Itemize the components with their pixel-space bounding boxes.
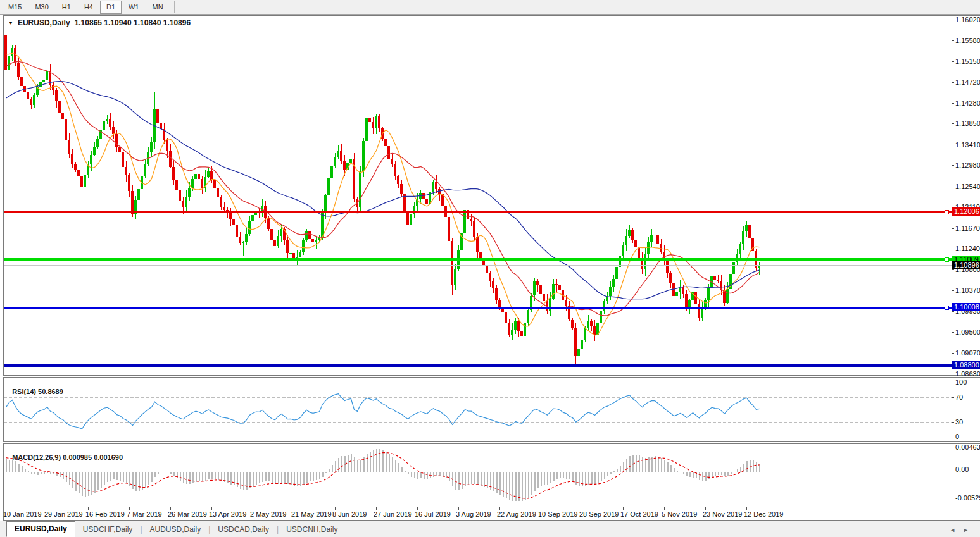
chart-tab-usdchf[interactable]: USDCHF,Daily: [75, 522, 141, 537]
price-tick-label: 1.15150: [955, 58, 980, 65]
timeframe-button-mn[interactable]: MN: [146, 1, 170, 14]
date-tick: [6, 507, 6, 510]
chart-symbol-label: EURUSD,Daily: [18, 18, 70, 27]
tab-scroll-right-icon: ►: [963, 527, 976, 533]
price-tick-label: 1.13850: [955, 120, 980, 127]
price-tick: [952, 290, 954, 291]
price-tick-label: 1.10370: [955, 287, 980, 294]
date-tick: [335, 507, 336, 510]
macd-scale-label: 0.00463: [955, 443, 980, 451]
rsi-label: RSI(14) 50.8689: [8, 380, 63, 395]
date-tick: [253, 507, 253, 510]
date-label: 21 May 2019: [291, 510, 332, 518]
hline-handle: [945, 210, 948, 214]
date-tick: [376, 507, 377, 510]
timeframe-button-h4[interactable]: H4: [78, 1, 99, 14]
price-tick: [952, 269, 954, 270]
price-tick: [952, 20, 954, 20]
date-label: 26 Mar 2019: [168, 510, 207, 518]
date-tick: [746, 507, 747, 510]
chart-tab-usdcnh[interactable]: USDCNH,Daily: [279, 522, 345, 537]
date-tick: [705, 507, 706, 510]
date-label: 29 Jan 2019: [44, 510, 83, 518]
chart-tab-eurusd[interactable]: EURUSD,Daily: [6, 521, 75, 537]
date-label: 16 Jul 2019: [415, 510, 451, 518]
price-badge-1.08800: 1.08800: [952, 361, 980, 369]
macd-scale-label: -0.005299: [955, 494, 980, 502]
price-tick: [952, 103, 954, 104]
date-tick: [294, 507, 294, 510]
price-tick-label: 1.09070: [955, 349, 980, 357]
price-tick-label: 1.14280: [955, 99, 980, 107]
date-tick: [582, 507, 582, 510]
date-label: 3 Aug 2019: [456, 510, 491, 518]
date-label: 28 Sep 2019: [579, 510, 619, 518]
price-tick-label: 1.08630: [955, 370, 980, 378]
macd-bottom-border: [3, 507, 980, 507]
date-tick: [541, 507, 541, 510]
rsi-line: [6, 394, 760, 429]
rsi-panel-canvas[interactable]: [4, 378, 952, 441]
rsi-scale-label: 100: [955, 378, 967, 386]
main-chart-canvas[interactable]: [4, 17, 952, 375]
date-label: 12 Dec 2019: [744, 510, 783, 518]
price-badge-1.12006: 1.12006: [952, 207, 980, 216]
price-tick: [952, 165, 954, 166]
timeframe-button-h1[interactable]: H1: [56, 1, 77, 14]
rsi-scale-label: 30: [955, 418, 963, 426]
price-tick: [952, 123, 954, 124]
price-tick-label: 1.15580: [955, 37, 980, 44]
price-tick: [952, 228, 954, 229]
date-label: 27 Jun 2019: [374, 510, 412, 518]
macd-label: MACD(12,26,9) 0.000985 0.001690: [8, 446, 123, 461]
price-tick: [952, 311, 954, 312]
date-label: 10 Sep 2019: [538, 510, 577, 518]
date-tick: [47, 507, 47, 510]
hline-handle: [945, 258, 948, 262]
chart-dropdown-icon[interactable]: ▼: [8, 20, 13, 26]
toolbar-separator: [174, 1, 175, 13]
date-tick: [499, 507, 500, 510]
price-tick-label: 1.09500: [955, 328, 980, 336]
price-tick-label: 1.14720: [955, 78, 980, 86]
price-tick-label: 1.11670: [955, 225, 980, 232]
tab-scroll-left-icon: ◄: [950, 527, 963, 533]
macd-scale-label: 0.00: [955, 466, 969, 473]
price-tick: [952, 61, 954, 62]
date-label: 5 Nov 2019: [662, 510, 697, 518]
macd-panel-canvas[interactable]: [4, 444, 952, 507]
rsi-scale-tick: [952, 422, 954, 423]
date-label: 23 Nov 2019: [703, 510, 742, 518]
price-tick-label: 1.13410: [955, 141, 980, 149]
timeframe-button-m15[interactable]: M15: [2, 1, 28, 14]
timeframe-button-m30[interactable]: M30: [28, 1, 54, 14]
rsi-scale-tick: [952, 397, 954, 398]
date-label: 10 Jan 2019: [3, 510, 42, 518]
price-tick-label: 1.11240: [955, 245, 980, 252]
price-tick: [952, 249, 954, 249]
date-label: 2 May 2019: [250, 510, 286, 518]
price-tick-label: 1.16020: [955, 16, 980, 23]
date-tick: [129, 507, 130, 510]
chart-title: ▼EURUSD,Daily1.10865 1.10940 1.10840 1.1…: [8, 18, 191, 27]
timeframe-button-w1[interactable]: W1: [122, 1, 146, 14]
tab-scroll-arrows[interactable]: ◄►: [950, 527, 976, 533]
timeframe-button-d1[interactable]: D1: [100, 1, 122, 14]
price-tick: [952, 332, 954, 333]
rsi-scale-label: 70: [955, 393, 963, 401]
rsi-scale-label: 0: [955, 433, 959, 440]
chart-tab-audusd[interactable]: AUDUSD,Daily: [142, 522, 209, 537]
price-tick-label: 1.12980: [955, 161, 980, 169]
current-price-badge: 1.10896: [952, 261, 980, 269]
date-label: 22 Aug 2019: [497, 510, 536, 518]
price-tick: [952, 374, 954, 374]
price-tick: [952, 353, 954, 354]
price-tick: [952, 40, 954, 41]
price-tick-label: 1.12540: [955, 183, 980, 190]
date-label: 16 Feb 2019: [85, 510, 125, 518]
hline-handle: [945, 306, 948, 310]
candlestick-series: [4, 20, 760, 366]
moving-average-8: [6, 54, 760, 335]
chart-window-top-border: [3, 15, 980, 16]
chart-tab-usdcad[interactable]: USDCAD,Daily: [210, 522, 277, 537]
